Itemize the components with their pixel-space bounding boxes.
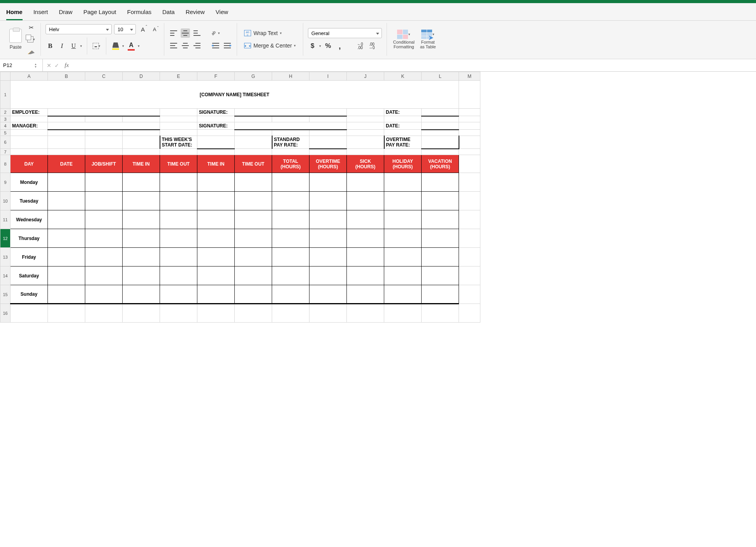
table-header-5[interactable]: TIME IN <box>197 155 235 173</box>
cell-r10-c3[interactable] <box>123 192 160 210</box>
cell-r3-10[interactable] <box>384 116 422 122</box>
cell-r15-c11[interactable] <box>422 285 459 304</box>
cancel-formula-button[interactable]: ✕ <box>47 62 51 69</box>
cell-r5-2[interactable] <box>85 130 123 136</box>
chevron-down-icon[interactable]: ▾ <box>122 44 124 48</box>
table-header-7[interactable]: TOTAL(HOURS) <box>272 155 309 173</box>
column-header-D[interactable]: D <box>123 72 160 81</box>
table-header-8[interactable]: OVERTIME(HOURS) <box>309 155 347 173</box>
cell-r5-10[interactable] <box>384 130 422 136</box>
cell-r9-c6[interactable] <box>235 173 272 192</box>
cell-J6[interactable] <box>347 136 384 149</box>
font-name-select[interactable]: Helv <box>46 24 112 34</box>
day-cell-tuesday[interactable]: Tuesday <box>11 192 48 210</box>
cell-r16-1[interactable] <box>48 304 85 323</box>
increase-indent-button[interactable] <box>223 41 232 50</box>
cell-J4[interactable] <box>347 122 384 130</box>
cell-E4[interactable] <box>160 122 197 130</box>
cell-r7-4[interactable] <box>160 149 197 155</box>
cell-r5-9[interactable] <box>347 130 384 136</box>
cell-r15-c9[interactable] <box>347 285 384 304</box>
row-header-9[interactable]: 9 <box>0 173 11 192</box>
increase-font-button[interactable]: A <box>138 25 148 34</box>
cell-r13-c4[interactable] <box>160 248 197 266</box>
cell-r9-c2[interactable] <box>85 173 123 192</box>
cell-r5-1[interactable] <box>48 130 85 136</box>
cell-J2[interactable] <box>347 109 384 116</box>
cell-r9-c4[interactable] <box>160 173 197 192</box>
day-cell-thursday[interactable]: Thursday <box>11 229 48 248</box>
cell-r16-8[interactable] <box>309 304 347 323</box>
cell-r14-c6[interactable] <box>235 266 272 285</box>
cell-M11[interactable] <box>459 210 480 229</box>
tab-page-layout[interactable]: Page Layout <box>83 6 116 20</box>
table-header-4[interactable]: TIME OUT <box>160 155 197 173</box>
cut-button[interactable] <box>26 23 36 32</box>
cell-r9-c3[interactable] <box>123 173 160 192</box>
format-painter-button[interactable] <box>26 46 36 56</box>
cell-r15-c1[interactable] <box>48 285 85 304</box>
column-header-L[interactable]: L <box>422 72 459 81</box>
row-header-1[interactable]: 1 <box>0 81 11 109</box>
tab-formulas[interactable]: Formulas <box>127 6 151 20</box>
cell-r5-6[interactable] <box>235 130 272 136</box>
cell-r5-12[interactable] <box>459 130 480 136</box>
cell-r7-6[interactable] <box>235 149 272 155</box>
fx-icon[interactable]: fx <box>65 62 69 69</box>
cell-r3-3[interactable] <box>123 116 160 122</box>
name-box-spinner[interactable]: ▲▼ <box>34 63 37 68</box>
cell-r7-0[interactable] <box>11 149 48 155</box>
column-header-G[interactable]: G <box>235 72 272 81</box>
cell-r14-c11[interactable] <box>422 266 459 285</box>
row-header-4[interactable]: 4 <box>0 122 11 130</box>
cell-r3-6[interactable] <box>235 116 272 122</box>
date-field-2[interactable] <box>422 122 459 130</box>
cell-r7-1[interactable] <box>48 149 85 155</box>
cell-r12-c5[interactable] <box>197 229 235 248</box>
cell-r11-c7[interactable] <box>272 210 309 229</box>
cell-r10-c9[interactable] <box>347 192 384 210</box>
cell-r15-c10[interactable] <box>384 285 422 304</box>
cell-r13-c11[interactable] <box>422 248 459 266</box>
comma-format-button[interactable]: , <box>335 41 345 51</box>
cell-r14-c2[interactable] <box>85 266 123 285</box>
tab-insert[interactable]: Insert <box>33 6 48 20</box>
fill-color-button[interactable] <box>111 41 120 51</box>
column-header-E[interactable]: E <box>160 72 197 81</box>
cell-r10-c6[interactable] <box>235 192 272 210</box>
cell-r16-10[interactable] <box>384 304 422 323</box>
cell-r15-c7[interactable] <box>272 285 309 304</box>
cell-r7-8[interactable] <box>309 149 347 155</box>
cell-r3-8[interactable] <box>309 116 347 122</box>
tab-home[interactable]: Home <box>6 6 23 20</box>
bold-button[interactable]: B <box>46 41 55 51</box>
column-header-J[interactable]: J <box>347 72 384 81</box>
day-cell-monday[interactable]: Monday <box>11 173 48 192</box>
cell-r9-c7[interactable] <box>272 173 309 192</box>
cell-r16-2[interactable] <box>85 304 123 323</box>
row-header-16[interactable]: 16 <box>0 304 11 323</box>
cell-r12-c10[interactable] <box>384 229 422 248</box>
chevron-down-icon[interactable]: ▾ <box>138 44 140 48</box>
cell-r7-3[interactable] <box>123 149 160 155</box>
cell-r16-7[interactable] <box>272 304 309 323</box>
align-right-button[interactable] <box>192 41 202 50</box>
cell-r7-9[interactable] <box>347 149 384 155</box>
table-header-1[interactable]: DATE <box>48 155 85 173</box>
row-header-7[interactable]: 7 <box>0 149 11 155</box>
table-header-0[interactable]: DAY <box>11 155 48 173</box>
cell-r11-c4[interactable] <box>160 210 197 229</box>
cell-r15-c2[interactable] <box>85 285 123 304</box>
cell-r16-9[interactable] <box>347 304 384 323</box>
cell-r7-12[interactable] <box>459 149 480 155</box>
cell-r13-c10[interactable] <box>384 248 422 266</box>
borders-button[interactable]: ▾ <box>92 41 101 51</box>
accept-formula-button[interactable]: ✓ <box>55 62 59 69</box>
percent-format-button[interactable]: % <box>323 41 333 51</box>
row-header-3[interactable]: 3 <box>0 116 11 122</box>
cell-r10-c2[interactable] <box>85 192 123 210</box>
table-header-10[interactable]: HOLIDAY(HOURS) <box>384 155 422 173</box>
cell-r13-c1[interactable] <box>48 248 85 266</box>
cell-r15-c8[interactable] <box>309 285 347 304</box>
chevron-down-icon[interactable]: ▾ <box>80 44 82 48</box>
